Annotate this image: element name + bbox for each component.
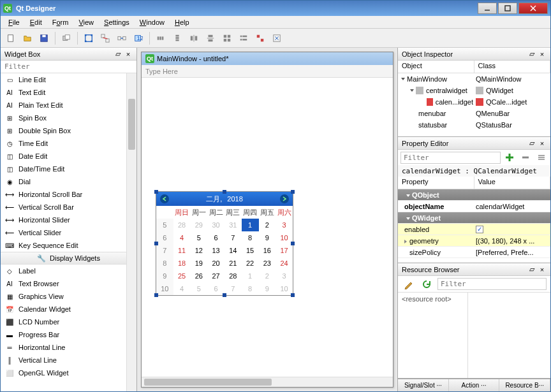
menu-window[interactable]: Window (135, 17, 170, 27)
panel-float-button[interactable]: ▱ (527, 139, 536, 148)
widget-item[interactable]: ║Vertical Line (1, 354, 136, 367)
remove-dynamic-property-button[interactable] (519, 150, 533, 164)
calendar-day[interactable]: 26 (191, 270, 208, 282)
dock-tab[interactable]: Action ··· (449, 379, 500, 391)
close-button[interactable] (518, 3, 548, 14)
object-tree-row[interactable]: menubarQMenuBar (398, 108, 550, 119)
calendar-day[interactable]: 2 (259, 219, 276, 231)
selection-handle[interactable] (223, 190, 226, 194)
selection-handle[interactable] (223, 293, 226, 297)
add-dynamic-property-button[interactable] (503, 150, 517, 164)
maximize-button[interactable] (498, 3, 517, 14)
property-value[interactable]: [Preferred, Prefe... (473, 249, 550, 256)
calendar-day[interactable]: 4 (173, 231, 191, 244)
layout-grid-button[interactable] (219, 31, 235, 46)
calendar-day[interactable]: 8 (242, 231, 259, 244)
widget-item[interactable]: 📅Calendar Widget (1, 303, 136, 316)
edit-widgets-button[interactable] (81, 31, 96, 46)
menu-edit[interactable]: Edit (25, 17, 47, 27)
break-layout-button[interactable] (253, 31, 268, 46)
calendar-day[interactable]: 6 (207, 282, 224, 295)
widget-item[interactable]: ▦Graphics View (1, 290, 136, 303)
property-category[interactable]: QObject (398, 189, 550, 201)
widget-item[interactable]: ▭Line Edit (1, 73, 136, 86)
calendar-day[interactable]: 14 (224, 244, 242, 257)
layout-splitter-h-button[interactable] (186, 31, 202, 46)
open-button[interactable] (20, 31, 35, 46)
widget-item[interactable]: ▬Progress Bar (1, 328, 136, 341)
layout-horizontal-button[interactable] (153, 31, 168, 46)
calendar-day[interactable]: 7 (224, 282, 242, 295)
property-category[interactable]: QWidget (398, 212, 550, 224)
calendar-day[interactable]: 3 (276, 270, 293, 282)
panel-close-button[interactable]: × (124, 50, 133, 59)
calendar-day[interactable]: 10 (276, 282, 293, 295)
calendar-day[interactable]: 6 (207, 231, 224, 244)
dock-tab[interactable]: Resource B··· (499, 379, 550, 391)
object-tree[interactable]: MainWindowQMainWindowcentralwidgetQWidge… (398, 73, 550, 131)
widget-box-filter-input[interactable] (1, 61, 136, 72)
calendar-day[interactable]: 28 (173, 219, 191, 231)
calendar-day[interactable]: 23 (259, 257, 276, 270)
calendar-day[interactable]: 3 (276, 219, 293, 231)
col-property[interactable]: Property (398, 177, 474, 189)
reload-resources-button[interactable] (420, 277, 434, 291)
widget-item[interactable]: ⟷Horizontal Scroll Bar (1, 188, 136, 201)
widget-item[interactable]: AIText Edit (1, 86, 136, 99)
edit-resources-button[interactable] (402, 277, 416, 291)
calendar-day[interactable]: 17 (276, 244, 293, 257)
calendar-day[interactable]: 8 (242, 282, 259, 295)
widget-item[interactable]: ⌨Key Sequence Edit (1, 239, 136, 252)
checkbox-icon[interactable]: ✓ (476, 226, 483, 233)
property-row[interactable]: geometry[(30, 180), 248 x ... (398, 235, 550, 247)
layout-form-button[interactable] (236, 31, 251, 46)
calendar-widget[interactable]: 二月, 2018 周日周一周二周三周四周五周六52829303112364567… (156, 191, 293, 296)
calendar-prev-button[interactable] (160, 194, 169, 203)
calendar-day[interactable]: 27 (207, 270, 224, 282)
save-button[interactable] (36, 31, 52, 46)
layout-splitter-v-button[interactable] (203, 31, 218, 46)
calendar-day[interactable]: 2 (259, 270, 276, 282)
calendar-day[interactable]: 10 (276, 231, 293, 244)
calendar-day[interactable]: 9 (259, 282, 276, 295)
widget-item[interactable]: AIPlain Text Edit (1, 99, 136, 112)
resource-filter-input[interactable] (437, 278, 547, 290)
widget-item[interactable]: ◫Date/Time Edit (1, 163, 136, 175)
calendar-day[interactable]: 5 (191, 231, 208, 244)
calendar-day[interactable]: 13 (207, 244, 224, 257)
object-tree-row[interactable]: statusbarQStatusBar (398, 119, 550, 131)
calendar-day[interactable]: 25 (173, 270, 191, 282)
widget-item[interactable]: ⟷Horizontal Slider (1, 214, 136, 226)
widget-item[interactable]: ◉Dial (1, 175, 136, 188)
adjust-size-button[interactable] (269, 31, 284, 46)
calendar-day[interactable]: 28 (224, 270, 242, 282)
calendar-day[interactable]: 30 (207, 219, 224, 231)
object-tree-row[interactable]: calen...idgetQCale...idget (398, 96, 550, 108)
widget-item[interactable]: ⟵Vertical Scroll Bar (1, 201, 136, 214)
calendar-day[interactable]: 21 (224, 257, 242, 270)
col-object[interactable]: Object (398, 61, 474, 73)
calendar-year-label[interactable]: 2018 (227, 195, 242, 203)
property-row[interactable]: objectNamecalendarWidget (398, 201, 550, 212)
menu-form[interactable]: Form (47, 17, 74, 27)
calendar-day[interactable]: 1 (242, 270, 259, 282)
property-list[interactable]: QObjectobjectNamecalendarWidgetQWidgeten… (398, 189, 550, 258)
widget-item[interactable]: ◷Time Edit (1, 137, 136, 150)
menu-settings[interactable]: Settings (99, 17, 135, 27)
calendar-day[interactable]: 19 (191, 257, 208, 270)
selection-handle[interactable] (154, 293, 158, 297)
widget-box-scrollbar[interactable] (126, 73, 136, 391)
widget-item[interactable]: ◫Date Edit (1, 150, 136, 163)
selection-handle[interactable] (291, 293, 295, 297)
widget-category[interactable]: 🔧Display Widgets (1, 252, 136, 265)
panel-close-button[interactable]: × (538, 50, 547, 59)
widget-item[interactable]: ⬛LCD Number (1, 316, 136, 328)
panel-close-button[interactable]: × (538, 139, 547, 148)
property-row[interactable]: sizePolicy[Preferred, Prefe... (398, 247, 550, 258)
widget-item[interactable]: ⬜OpenGL Widget (1, 367, 136, 379)
property-value[interactable]: calendarWidget (473, 203, 550, 210)
calendar-day[interactable]: 20 (207, 257, 224, 270)
calendar-day[interactable]: 1 (242, 219, 259, 231)
calendar-day[interactable]: 11 (173, 244, 191, 257)
calendar-day[interactable]: 31 (224, 219, 242, 231)
